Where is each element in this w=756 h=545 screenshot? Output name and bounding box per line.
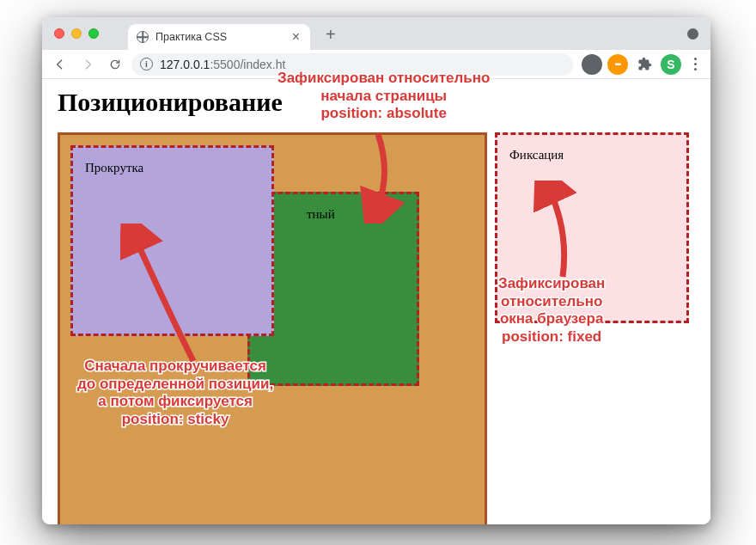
- minimize-window-button[interactable]: [71, 28, 82, 39]
- url-text: 127.0.0.1:5500/index.ht: [160, 58, 285, 71]
- traffic-lights: [54, 28, 99, 39]
- extensions-button[interactable]: [633, 53, 655, 76]
- close-window-button[interactable]: [54, 28, 64, 39]
- extension-s-button[interactable]: S: [661, 54, 681, 75]
- tab-title: Практика CSS: [155, 31, 290, 43]
- maximize-window-button[interactable]: [88, 28, 99, 39]
- reload-button[interactable]: [104, 53, 126, 76]
- site-info-icon[interactable]: i: [140, 58, 153, 70]
- address-bar[interactable]: i 127.0.0.1:5500/index.ht: [131, 53, 573, 76]
- new-tab-button[interactable]: +: [320, 23, 341, 46]
- sticky-box-label: Прокрутка: [85, 161, 143, 175]
- relative-container-box: тный Прокрутка: [58, 132, 487, 524]
- close-tab-button[interactable]: ×: [290, 30, 302, 44]
- puzzle-icon: [637, 57, 652, 71]
- forward-button[interactable]: [76, 53, 99, 76]
- sticky-box: Прокрутка: [70, 145, 274, 336]
- account-menu-button[interactable]: [687, 28, 698, 40]
- toolbar: i 127.0.0.1:5500/index.ht ••• S: [42, 50, 710, 79]
- back-button[interactable]: [49, 53, 71, 76]
- fixed-box-label: Фиксация: [509, 148, 564, 162]
- reload-icon: [108, 58, 122, 71]
- browser-window: Практика CSS × + i 127.0.0.1:5500/index.…: [42, 17, 710, 524]
- extensions-area: ••• S: [582, 53, 704, 76]
- browser-menu-button[interactable]: [686, 58, 704, 70]
- page-heading: Позиционирование: [58, 88, 710, 117]
- arrow-left-icon: [53, 58, 67, 71]
- titlebar: Практика CSS × +: [42, 17, 710, 50]
- page-viewport: Позиционирование тный Прокрутка Фиксация: [42, 79, 710, 524]
- fixed-box: Фиксация: [495, 132, 689, 323]
- extension-1-button[interactable]: [582, 54, 602, 75]
- globe-icon: [137, 31, 149, 43]
- arrow-right-icon: [81, 58, 94, 71]
- extension-2-button[interactable]: •••: [607, 54, 628, 75]
- absolute-box-label: тный: [307, 207, 335, 221]
- browser-tab[interactable]: Практика CSS ×: [128, 24, 310, 50]
